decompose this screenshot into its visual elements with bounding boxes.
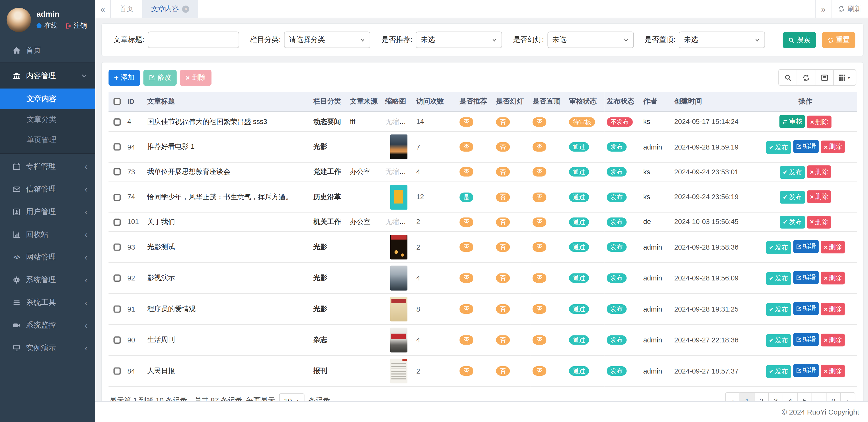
close-icon[interactable]: × [182,5,189,12]
column-header: 缩略图 [383,92,414,112]
prev-page-button[interactable]: ‹ [725,392,740,401]
user-panel: admin 在线 注销 [0,0,95,39]
publish-button[interactable]: ✔发布 [780,216,805,229]
sidebar-item[interactable]: </>网站管理‹ [0,246,95,268]
delete-button[interactable]: ×删除 [807,165,831,178]
article-title-input[interactable] [148,32,239,48]
delete-button[interactable]: ×删除 [807,216,831,228]
row-checkbox[interactable] [113,143,120,151]
publish-button[interactable]: ✔发布 [766,303,791,316]
status-badge: 否 [496,242,510,252]
tabs-scroll-right-button[interactable]: » [815,0,831,18]
publish-button[interactable]: ✔发布 [766,365,791,378]
delete-button[interactable]: ×删除 [821,140,845,153]
page-button[interactable]: 1 [740,392,755,401]
next-page-button[interactable]: › [840,392,855,401]
publish-button[interactable]: ✔发布 [766,334,791,347]
page-button[interactable]: 3 [768,392,783,401]
page-size-select[interactable]: 10 ▲ [279,393,305,401]
thumbnail-image[interactable] [390,185,407,209]
thumbnail-image[interactable] [390,265,407,290]
reset-button[interactable]: 重置 [822,32,856,48]
tabs-scroll-left-button[interactable]: « [95,0,111,18]
sidebar-item[interactable]: 专栏管理‹ [0,155,95,177]
row-checkbox[interactable] [113,168,120,175]
delete-button[interactable]: × 删除 [180,69,211,86]
refresh-table-button[interactable] [797,69,815,86]
envelope-icon [12,185,21,193]
row-checkbox[interactable] [113,244,120,251]
publish-button[interactable]: ✔发布 [766,241,791,254]
edit-button[interactable]: 编辑 [793,271,819,284]
delete-button[interactable]: ×删除 [821,334,845,347]
page-button[interactable]: 2 [754,392,769,401]
page-button[interactable]: 4 [783,392,798,401]
refresh-button[interactable]: 刷新 [831,0,868,18]
sidebar: admin 在线 注销 首页 [0,0,95,422]
sidebar-item-home[interactable]: 首页 [0,39,95,62]
sidebar-subitem[interactable]: 文章内容 [0,89,95,109]
cell-thumbnail [383,325,414,355]
row-checkbox[interactable] [113,305,120,313]
sidebar-item-content-mgmt[interactable]: 内容管理 [0,63,95,89]
delete-button[interactable]: ×删除 [807,191,831,203]
columns-toggle-button[interactable]: ▼ [833,69,856,86]
status-badge: 通过 [569,335,589,345]
publish-button[interactable]: ✔发布 [780,191,805,203]
tab-home[interactable]: 首页 [111,0,142,18]
sidebar-subitem[interactable]: 文章分类 [0,109,95,129]
sidebar-subitem[interactable]: 单页管理 [0,129,95,150]
select-all-checkbox[interactable] [113,98,120,105]
edit-button[interactable]: 编辑 [793,364,819,377]
top-select[interactable]: 未选 [679,32,765,48]
sidebar-item[interactable]: 系统管理‹ [0,268,95,291]
edit-button[interactable]: 编辑 [793,240,819,253]
row-checkbox[interactable] [113,274,120,282]
edit-button[interactable]: 编辑 [793,333,819,346]
search-button[interactable]: 搜索 [783,32,816,48]
thumbnail-image[interactable] [390,135,407,159]
logout-button[interactable]: 注销 [65,21,87,30]
avatar[interactable] [7,8,31,32]
delete-button[interactable]: ×删除 [807,116,831,129]
sidebar-item[interactable]: 回收站‹ [0,223,95,246]
modify-button[interactable]: 修改 [144,69,177,86]
publish-button[interactable]: ✔发布 [766,141,791,154]
sidebar-item[interactable]: 用户管理‹ [0,200,95,223]
tab-article-content[interactable]: 文章内容 × [142,0,198,18]
sidebar-item[interactable]: 系统监控‹ [0,314,95,336]
page-button[interactable]: 9 [826,392,841,401]
recommend-select[interactable]: 未选 [416,32,502,48]
thumbnail-image[interactable] [390,297,407,321]
table-row: 101关于我们机关工作办公室无缩略图2否否否通过发布de2024-10-03 1… [108,213,857,231]
category-select[interactable]: 请选择分类 [284,32,371,48]
detail-view-button[interactable] [815,69,834,86]
edit-button[interactable]: 编辑 [793,140,819,153]
sidebar-item[interactable]: 实例演示‹ [0,336,95,359]
audit-button[interactable]: 审核 [780,115,805,128]
sidebar-item[interactable]: 信箱管理‹ [0,178,95,200]
delete-button[interactable]: ×删除 [821,272,845,285]
page-button[interactable]: 5 [797,392,812,401]
add-button[interactable]: + 添加 [108,69,140,86]
publish-button[interactable]: ✔发布 [780,166,805,178]
page-list: ‹12345...9› [725,392,855,401]
slide-select[interactable]: 未选 [547,32,633,48]
thumbnail-image[interactable] [390,327,407,352]
status-badge: 发布 [607,242,627,252]
row-checkbox[interactable] [113,118,120,125]
row-checkbox[interactable] [113,219,120,226]
delete-button[interactable]: ×删除 [821,303,845,316]
delete-button[interactable]: ×删除 [821,241,845,254]
thumbnail-image[interactable] [390,359,407,383]
chevron-left-icon: ‹ [85,275,87,284]
show-search-button[interactable] [778,69,797,86]
row-checkbox[interactable] [113,193,120,201]
delete-button[interactable]: ×删除 [821,365,845,378]
edit-button[interactable]: 编辑 [793,302,819,315]
row-checkbox[interactable] [113,336,120,344]
sidebar-item[interactable]: 系统工具‹ [0,291,95,314]
thumbnail-image[interactable] [390,235,407,259]
publish-button[interactable]: ✔发布 [766,272,791,285]
row-checkbox[interactable] [113,367,120,375]
